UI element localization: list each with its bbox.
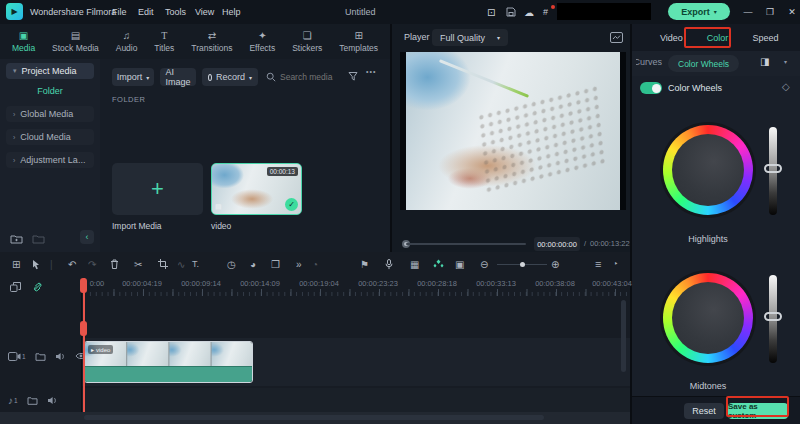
midtones-color-wheel[interactable] bbox=[663, 273, 753, 363]
color-panel: Video Color Speed Curves ◨ ▾ Color Wheel… bbox=[632, 24, 800, 424]
playhead-grip[interactable] bbox=[80, 321, 87, 336]
close-button[interactable]: ✕ bbox=[782, 0, 800, 24]
tab-media[interactable]: ▣ Media bbox=[12, 31, 35, 53]
timeline-ruler[interactable] bbox=[84, 289, 630, 296]
split-scissors-icon[interactable]: ✂ bbox=[134, 255, 142, 273]
device-preview-icon[interactable]: ⊡ bbox=[487, 0, 495, 24]
ruler-label: 00:00:14:09 bbox=[240, 279, 280, 288]
menu-file[interactable]: File bbox=[112, 0, 127, 24]
color-palette-icon[interactable]: ◕ bbox=[250, 255, 256, 273]
new-folder-icon[interactable] bbox=[10, 234, 23, 244]
tab-stock-media[interactable]: ▤ Stock Media bbox=[52, 31, 99, 53]
tab-titles[interactable]: T Titles bbox=[154, 31, 174, 53]
more-options-icon[interactable]: ••• bbox=[366, 68, 376, 75]
tab-effects[interactable]: ✦ Effects bbox=[249, 31, 275, 53]
media-tab-bar: ▣ Media ▤ Stock Media ♫ Audio T Titles ⇄… bbox=[0, 24, 390, 59]
zoom-slider-handle[interactable] bbox=[520, 262, 525, 267]
shortcut-panel-icon[interactable]: # bbox=[543, 0, 548, 24]
menu-tools[interactable]: Tools bbox=[165, 0, 186, 24]
auto-ripple-link-icon[interactable] bbox=[32, 282, 44, 292]
crop-icon[interactable] bbox=[158, 255, 168, 273]
import-media-tile[interactable]: + bbox=[112, 163, 203, 215]
horizontal-scrollbar[interactable] bbox=[84, 415, 544, 420]
compare-view-icon[interactable]: ◨ bbox=[760, 56, 769, 67]
video-clip-tile[interactable]: 00:00:13 ▤ ✓ bbox=[211, 163, 302, 215]
delete-icon[interactable] bbox=[110, 255, 119, 273]
mute-track-icon[interactable] bbox=[47, 396, 58, 405]
record-button[interactable]: Record▾ bbox=[202, 68, 258, 86]
track-manager-icon[interactable]: ≡ bbox=[595, 255, 601, 273]
redo-icon[interactable]: ↷ bbox=[88, 255, 96, 273]
more-tools-icon[interactable]: » bbox=[296, 255, 302, 273]
track-manager-arrow-icon[interactable]: ‣ bbox=[614, 255, 618, 273]
zoom-out-icon[interactable]: ⊖ bbox=[480, 255, 488, 273]
reset-section-icon[interactable]: ◇ bbox=[782, 81, 790, 92]
reset-button[interactable]: Reset bbox=[684, 403, 724, 419]
sidebar-item-folder[interactable]: Folder bbox=[0, 86, 100, 96]
tab-audio[interactable]: ♫ Audio bbox=[116, 31, 138, 53]
tab-video[interactable]: Video bbox=[660, 33, 683, 43]
highlights-luminance-slider[interactable] bbox=[769, 127, 777, 215]
sidebar-item-adjustment-layer[interactable]: › Adjustment La... bbox=[6, 152, 94, 168]
sidebar-item-cloud-media[interactable]: › Cloud Media bbox=[6, 129, 94, 145]
tab-transitions[interactable]: ⇄ Transitions bbox=[191, 31, 232, 53]
voiceover-mic-icon[interactable] bbox=[385, 255, 393, 273]
playhead-line[interactable] bbox=[83, 278, 85, 412]
mute-track-icon[interactable] bbox=[55, 352, 66, 361]
ai-image-button[interactable]: AI Image bbox=[160, 68, 196, 86]
undo-icon[interactable]: ↶ bbox=[68, 255, 76, 273]
speed-icon[interactable]: ◷ bbox=[227, 255, 236, 273]
restore-button[interactable]: ❐ bbox=[760, 0, 780, 24]
cloud-upload-icon[interactable]: ☁ bbox=[524, 0, 534, 24]
media-browser-icon[interactable]: ⊞ bbox=[12, 255, 20, 273]
marker-icon[interactable]: ⚑ bbox=[360, 255, 369, 273]
folder-icon[interactable] bbox=[27, 396, 38, 405]
menu-view[interactable]: View bbox=[195, 0, 214, 24]
midtones-luminance-slider[interactable] bbox=[769, 275, 777, 363]
export-button[interactable]: Export▾ bbox=[668, 3, 730, 20]
timeline-clip-video[interactable]: ▸video bbox=[84, 341, 253, 383]
folder-icon[interactable] bbox=[32, 234, 45, 244]
mode-color-wheels[interactable]: Color Wheels bbox=[668, 55, 739, 72]
playhead-handle[interactable] bbox=[80, 278, 87, 293]
quality-dropdown[interactable]: Full Quality▾ bbox=[432, 29, 508, 46]
tab-templates[interactable]: ⊞ Templates bbox=[339, 31, 378, 53]
snap-icon[interactable] bbox=[10, 282, 21, 293]
tab-stickers[interactable]: ❏ Stickers bbox=[292, 31, 322, 53]
menu-help[interactable]: Help bbox=[222, 0, 241, 24]
pip-icon[interactable]: ❐ bbox=[271, 255, 280, 273]
add-text-icon[interactable]: T. bbox=[192, 255, 199, 273]
chevron-down-icon: ▾ bbox=[714, 8, 717, 15]
minimize-button[interactable]: — bbox=[738, 0, 758, 24]
search-input[interactable] bbox=[280, 68, 342, 86]
highlights-color-wheel[interactable] bbox=[663, 125, 753, 215]
import-button[interactable]: Import▾ bbox=[112, 68, 154, 86]
sidebar-item-global-media[interactable]: › Global Media bbox=[6, 106, 94, 122]
color-wheels-toggle[interactable] bbox=[640, 82, 662, 94]
save-as-custom-button[interactable]: Save as custom bbox=[728, 403, 788, 419]
chevron-down-icon[interactable]: ▾ bbox=[784, 58, 787, 65]
ai-tools-icon[interactable] bbox=[433, 255, 444, 273]
save-project-icon[interactable] bbox=[506, 0, 516, 24]
slider-handle[interactable] bbox=[764, 164, 782, 173]
tab-color[interactable]: Color bbox=[707, 33, 729, 43]
audio-wave-icon[interactable]: ∿ bbox=[177, 255, 185, 273]
display-settings-icon[interactable] bbox=[610, 32, 623, 43]
sidebar-item-project-media[interactable]: ▾ Project Media bbox=[6, 63, 94, 79]
mode-curves[interactable]: Curves bbox=[636, 57, 662, 67]
mask-bracket-icon[interactable]: ▣ bbox=[455, 255, 464, 273]
split-screen-icon[interactable]: ▦ bbox=[410, 255, 419, 273]
collapse-sidebar-button[interactable]: ‹ bbox=[80, 230, 94, 244]
tab-speed[interactable]: Speed bbox=[752, 33, 778, 43]
menu-edit[interactable]: Edit bbox=[138, 0, 154, 24]
pointer-tool-icon[interactable] bbox=[32, 255, 41, 273]
filter-icon[interactable] bbox=[348, 71, 359, 82]
folder-icon[interactable] bbox=[35, 352, 46, 361]
zoom-in-icon[interactable]: ⊕ bbox=[551, 255, 559, 273]
scrubber-track[interactable] bbox=[406, 243, 526, 245]
render-preview-icon[interactable]: ◔ bbox=[312, 255, 318, 273]
audio-track-lane[interactable] bbox=[82, 388, 630, 412]
slider-handle[interactable] bbox=[764, 312, 782, 321]
vertical-scrollbar[interactable] bbox=[621, 300, 626, 372]
video-preview[interactable] bbox=[400, 52, 626, 210]
